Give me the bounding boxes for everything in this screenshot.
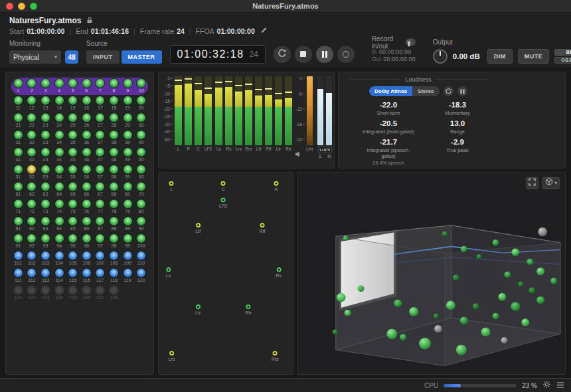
channel-78[interactable]: 78 (110, 200, 118, 214)
channel-24[interactable]: 24 (55, 113, 64, 127)
channel-34[interactable]: 34 (55, 131, 64, 145)
edit-session-button[interactable] (260, 26, 268, 36)
channel-44[interactable]: 44 (55, 148, 64, 162)
settings-button[interactable] (542, 380, 551, 391)
channel-27[interactable]: 27 (96, 113, 104, 127)
record-button[interactable] (337, 46, 355, 63)
speaker-C[interactable]: C (221, 181, 226, 192)
channel-120[interactable]: 120 (137, 269, 145, 283)
channel-33[interactable]: 33 (41, 131, 50, 145)
output-volume-knob[interactable] (433, 49, 448, 64)
channel-26[interactable]: 26 (82, 113, 91, 127)
loudness-reset-button[interactable] (444, 86, 453, 96)
pause-button[interactable] (316, 46, 333, 63)
channel-7[interactable]: 7 (96, 79, 104, 93)
channel-55[interactable]: 55 (68, 165, 77, 179)
channel-71[interactable]: 71 (14, 200, 23, 214)
channel-31[interactable]: 31 (14, 131, 23, 145)
channel-74[interactable]: 74 (55, 200, 64, 214)
speaker-Rrs[interactable]: Rrs (272, 351, 279, 361)
channel-15[interactable]: 15 (68, 96, 77, 110)
channel-118[interactable]: 118 (110, 269, 118, 283)
channel-41[interactable]: 41 (14, 148, 23, 162)
channel-106[interactable]: 106 (82, 251, 91, 265)
channel-3[interactable]: 3 (41, 79, 50, 93)
channel-13[interactable]: 13 (41, 96, 50, 110)
channel-110[interactable]: 110 (137, 251, 145, 265)
channel-51[interactable]: 51 (14, 165, 23, 179)
channel-125[interactable]: 125 (68, 286, 77, 300)
channel-58[interactable]: 58 (110, 165, 118, 179)
channel-47[interactable]: 47 (96, 148, 104, 162)
channel-12[interactable]: 12 (27, 96, 36, 110)
channel-2[interactable]: 2 (27, 79, 36, 93)
monitoring-select[interactable]: Physical ▾ (9, 50, 61, 64)
channel-53[interactable]: 53 (41, 165, 50, 179)
channel-73[interactable]: 73 (41, 200, 50, 214)
channel-101[interactable]: 101 (14, 251, 23, 265)
speaker-Ltf[interactable]: Ltf (195, 223, 201, 233)
channel-80[interactable]: 80 (137, 200, 145, 214)
channel-25[interactable]: 25 (68, 113, 77, 127)
close-window-button[interactable] (6, 3, 13, 10)
channel-91[interactable]: 91 (14, 234, 23, 248)
channel-17[interactable]: 17 (96, 96, 104, 110)
channel-62[interactable]: 62 (27, 182, 36, 196)
stop-button[interactable] (295, 46, 312, 63)
channel-35[interactable]: 35 (68, 131, 77, 145)
channel-111[interactable]: 111 (14, 269, 23, 283)
source-input-button[interactable]: INPUT (86, 50, 120, 64)
channel-65[interactable]: 65 (68, 182, 77, 196)
fullscreen-button[interactable] (526, 177, 538, 189)
timecode-display[interactable]: 01:00:32:18 24 (170, 45, 266, 64)
channel-108[interactable]: 108 (110, 251, 118, 265)
channel-63[interactable]: 63 (41, 182, 50, 196)
channel-89[interactable]: 89 (123, 217, 132, 231)
channel-22[interactable]: 22 (27, 113, 36, 127)
channel-14[interactable]: 14 (55, 96, 64, 110)
channel-23[interactable]: 23 (41, 113, 50, 127)
channel-67[interactable]: 67 (96, 182, 104, 196)
channel-86[interactable]: 86 (82, 217, 91, 231)
channel-105[interactable]: 105 (68, 251, 77, 265)
speaker-Rtr[interactable]: Rtr (246, 304, 252, 315)
channel-61[interactable]: 61 (14, 182, 23, 196)
channel-10[interactable]: 10 (137, 79, 145, 93)
log-button[interactable] (556, 381, 564, 391)
record-in-out-toggle[interactable] (406, 38, 416, 46)
loudness-pause-button[interactable] (457, 86, 467, 96)
channel-81[interactable]: 81 (14, 217, 23, 231)
channel-103[interactable]: 103 (41, 251, 50, 265)
channel-18[interactable]: 18 (110, 96, 118, 110)
channel-66[interactable]: 66 (82, 182, 91, 196)
channel-16[interactable]: 16 (82, 96, 91, 110)
channel-28[interactable]: 28 (110, 113, 118, 127)
dim-button[interactable]: DIM (487, 49, 513, 64)
channel-69[interactable]: 69 (123, 182, 132, 196)
channel-57[interactable]: 57 (96, 165, 104, 179)
channel-97[interactable]: 97 (96, 234, 104, 248)
speaker-Lrs[interactable]: Lrs (168, 351, 175, 361)
channel-49[interactable]: 49 (123, 148, 132, 162)
channel-9[interactable]: 9 (123, 79, 132, 93)
speaker-LFE[interactable]: LFE (219, 198, 228, 208)
channel-123[interactable]: 123 (41, 286, 50, 300)
channel-38[interactable]: 38 (110, 131, 118, 145)
channel-104[interactable]: 104 (55, 251, 64, 265)
channel-98[interactable]: 98 (110, 234, 118, 248)
channel-56[interactable]: 56 (82, 165, 91, 179)
channel-126[interactable]: 126 (82, 286, 91, 300)
channel-127[interactable]: 127 (96, 286, 104, 300)
loudness-mode-stereo[interactable]: Stereo (412, 86, 440, 96)
channel-52[interactable]: 52 (27, 165, 36, 179)
channel-88[interactable]: 88 (110, 217, 118, 231)
channel-75[interactable]: 75 (68, 200, 77, 214)
channel-77[interactable]: 77 (96, 200, 104, 214)
channel-79[interactable]: 79 (123, 200, 132, 214)
channel-72[interactable]: 72 (27, 200, 36, 214)
channel-119[interactable]: 119 (123, 269, 132, 283)
channel-48[interactable]: 48 (110, 148, 118, 162)
channel-124[interactable]: 124 (55, 286, 64, 300)
channel-93[interactable]: 93 (41, 234, 50, 248)
channel-39[interactable]: 39 (123, 131, 132, 145)
